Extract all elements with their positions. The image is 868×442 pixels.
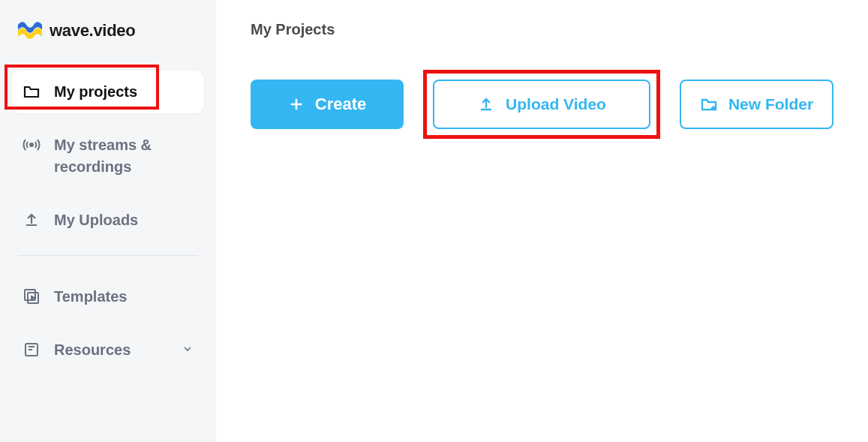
sidebar-item-label: My Uploads xyxy=(54,209,138,231)
create-button[interactable]: Create xyxy=(251,80,404,129)
sidebar: wave.video My projects My streams & reco… xyxy=(0,0,216,442)
action-row: Create Upload Video New Folder xyxy=(251,70,833,139)
new-folder-button[interactable]: New Folder xyxy=(680,80,833,129)
upload-video-button[interactable]: Upload Video xyxy=(433,80,650,129)
page-title: My Projects xyxy=(251,21,833,38)
create-button-label: Create xyxy=(315,95,366,114)
sidebar-item-my-uploads[interactable]: My Uploads xyxy=(12,199,204,242)
sidebar-divider xyxy=(18,255,198,256)
sidebar-item-label: My projects xyxy=(54,81,137,103)
sidebar-item-label: Templates xyxy=(54,286,127,308)
broadcast-icon xyxy=(23,136,41,154)
plus-icon xyxy=(288,96,305,113)
sidebar-item-my-streams[interactable]: My streams & recordings xyxy=(12,124,204,188)
new-folder-icon xyxy=(700,95,718,113)
chevron-down-icon xyxy=(182,343,194,358)
resources-icon xyxy=(23,341,41,359)
upload-button-label: Upload Video xyxy=(506,95,606,113)
sidebar-item-my-projects[interactable]: My projects xyxy=(12,71,204,113)
sidebar-item-templates[interactable]: Templates xyxy=(12,275,204,318)
sidebar-item-label: My streams & recordings xyxy=(54,134,194,178)
upload-icon xyxy=(477,95,495,113)
templates-icon xyxy=(23,287,41,305)
upload-icon xyxy=(23,211,41,229)
sidebar-item-resources[interactable]: Resources xyxy=(12,329,204,371)
brand-name: wave.video xyxy=(50,21,135,41)
new-folder-button-label: New Folder xyxy=(728,95,813,113)
wave-logo-icon xyxy=(18,22,42,40)
annotation-highlight-upload: Upload Video xyxy=(423,70,660,139)
svg-point-0 xyxy=(30,143,33,146)
sidebar-item-label: Resources xyxy=(54,339,131,361)
brand-logo[interactable]: wave.video xyxy=(18,21,204,41)
folder-icon xyxy=(23,83,41,101)
main-content: My Projects Create Upload Video New Fold… xyxy=(216,0,868,442)
